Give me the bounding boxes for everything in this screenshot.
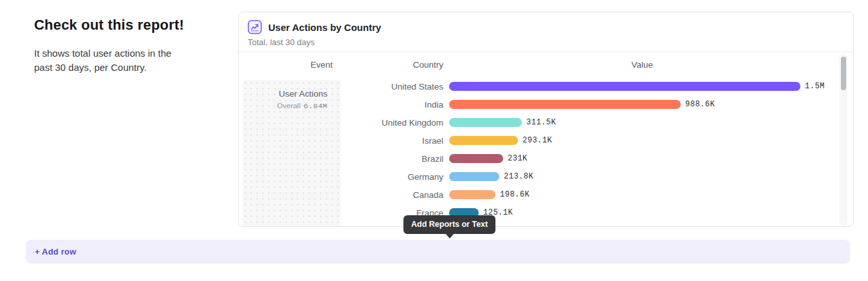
tooltip-label: Add Reports or Text <box>411 220 488 229</box>
report-card-header[interactable]: User Actions by Country Total, last 30 d… <box>239 12 853 52</box>
bar-value-label: 1.5M <box>805 82 825 91</box>
page-description: It shows total user actions in the past … <box>34 46 187 75</box>
chart-row: United States1.5M <box>239 77 839 95</box>
bar-wrap: 125.1K <box>449 208 839 217</box>
chart-row: Canada198.6K <box>239 186 839 204</box>
intro-section: Check out this report! It shows total us… <box>34 17 195 75</box>
country-label: Germany <box>239 172 443 182</box>
bar[interactable] <box>449 136 518 145</box>
bar-wrap: 213.8K <box>449 172 839 181</box>
scrollbar-thumb[interactable] <box>841 57 846 90</box>
chart-rows: United States1.5MIndia988.6KUnited Kingd… <box>239 77 839 222</box>
chart-row: Israel293.1K <box>239 131 839 150</box>
bar-wrap: 311.5K <box>449 118 839 127</box>
bar[interactable] <box>449 190 495 199</box>
column-header-country: Country <box>340 60 443 70</box>
chart-row: Germany213.8K <box>239 168 839 186</box>
report-subtitle: Total, last 30 days <box>248 37 844 47</box>
chart-row: Brazil231K <box>239 150 839 168</box>
bar-value-label: 198.6K <box>500 190 530 199</box>
bar-wrap: 988.6K <box>449 100 839 109</box>
chart-row: United Kingdom311.5K <box>239 113 839 131</box>
bar[interactable] <box>449 118 522 127</box>
add-row-button[interactable]: + Add row <box>26 240 850 264</box>
bar-value-label: 231K <box>508 154 528 163</box>
add-reports-tooltip: Add Reports or Text <box>403 215 495 234</box>
bar-chart-area: Event Country Value User Actions Overall… <box>239 52 853 226</box>
country-label: India <box>239 100 443 110</box>
column-headers: Event Country Value <box>239 52 853 77</box>
column-header-event: Event <box>239 60 340 70</box>
bar-wrap: 231K <box>449 154 839 163</box>
country-label: Israel <box>239 136 443 146</box>
bar[interactable] <box>449 82 800 91</box>
bar-wrap: 198.6K <box>449 190 839 199</box>
bar-value-label: 311.5K <box>526 118 556 127</box>
bar-value-label: 213.8K <box>504 172 533 181</box>
country-label: United States <box>239 82 443 92</box>
chart-row: India988.6K <box>239 95 839 113</box>
scrollbar-track[interactable] <box>839 54 847 225</box>
bar-value-label: 293.1K <box>522 136 552 145</box>
column-header-value: Value <box>443 60 841 70</box>
country-label: Canada <box>239 190 443 200</box>
report-card: User Actions by Country Total, last 30 d… <box>238 12 854 227</box>
bar-wrap: 1.5M <box>449 82 839 91</box>
bar[interactable] <box>449 100 681 109</box>
page-title: Check out this report! <box>34 17 195 34</box>
chart-row: France125.1K <box>239 204 839 222</box>
bar-wrap: 293.1K <box>449 136 839 145</box>
bar[interactable] <box>449 172 499 181</box>
bar[interactable] <box>449 154 503 163</box>
report-title: User Actions by Country <box>268 22 381 33</box>
insights-report-icon <box>248 20 262 34</box>
country-label: Brazil <box>239 154 443 164</box>
country-label: United Kingdom <box>239 118 443 128</box>
bar-value-label: 988.6K <box>685 100 715 109</box>
add-row-label: + Add row <box>35 247 77 257</box>
